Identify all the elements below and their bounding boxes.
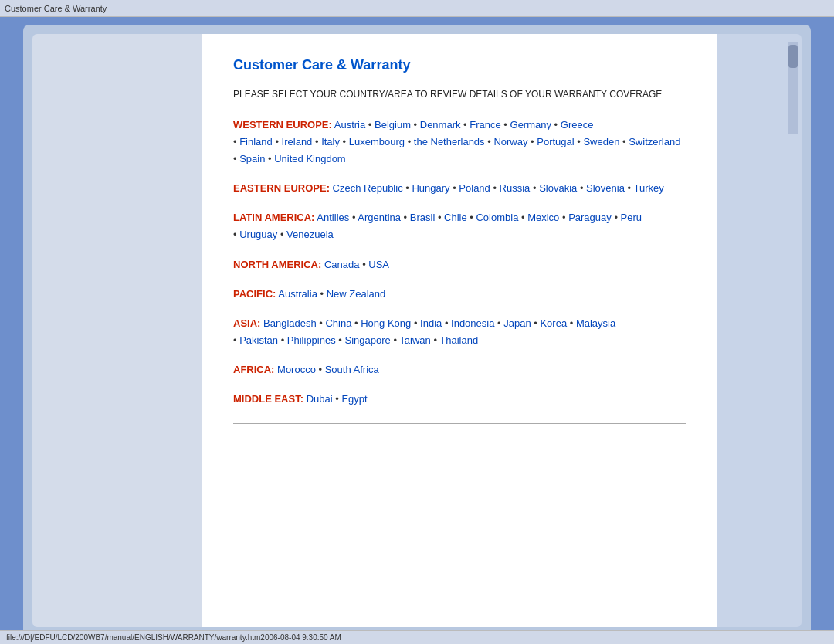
country-link-philippines[interactable]: Philippines — [287, 334, 336, 346]
country-link-indonesia[interactable]: Indonesia — [451, 317, 494, 329]
country-link-chile[interactable]: Chile — [444, 212, 467, 223]
country-link-venezuela[interactable]: Venezuela — [286, 229, 334, 240]
bullet: • — [365, 119, 375, 130]
bullet: • — [401, 212, 410, 223]
country-link-luxembourg[interactable]: Luxembourg — [349, 136, 405, 147]
bullet: • — [431, 334, 440, 346]
bullet: • — [501, 119, 510, 130]
region-label-africa: AFRICA: — [233, 364, 274, 375]
country-link-norway[interactable]: Norway — [493, 136, 527, 147]
country-link-india[interactable]: India — [420, 317, 442, 329]
bullet: • — [405, 136, 414, 147]
bullet: • — [403, 182, 412, 194]
country-link-thailand[interactable]: Thailand — [439, 334, 478, 346]
region-label-pacific: PACIFIC: — [233, 288, 276, 300]
country-link-portugal[interactable]: Portugal — [537, 136, 574, 147]
bullet: • — [461, 119, 470, 130]
country-link-slovenia[interactable]: Slovenia — [586, 182, 625, 194]
page-subtitle: PLEASE SELECT YOUR COUNTRY/AREA TO REVIE… — [233, 87, 686, 101]
country-link-austria[interactable]: Austria — [334, 119, 365, 130]
bullet: • — [551, 119, 561, 130]
scrollbar-thumb[interactable] — [788, 45, 798, 68]
country-link-the-netherlands[interactable]: the Netherlands — [414, 136, 485, 147]
region-block-africa: AFRICA: Morocco • South Africa — [233, 361, 686, 378]
country-link-germany[interactable]: Germany — [510, 119, 551, 130]
region-block-north-america: NORTH AMERICA: Canada • USA — [233, 256, 686, 273]
status-bar: file:///D|/EDFU/LCD/200WB7/manual/ENGLIS… — [0, 630, 834, 644]
status-bar-text: file:///D|/EDFU/LCD/200WB7/manual/ENGLIS… — [6, 633, 341, 642]
country-link-spain[interactable]: Spain — [239, 153, 265, 164]
country-link-greece[interactable]: Greece — [561, 119, 594, 130]
country-link-slovakia[interactable]: Slovakia — [539, 182, 577, 194]
bullet: • — [316, 364, 325, 375]
country-link-egypt[interactable]: Egypt — [341, 393, 367, 405]
bullet: • — [442, 317, 451, 329]
country-link-japan[interactable]: Japan — [503, 317, 531, 329]
bullet: • — [435, 212, 444, 223]
country-link-poland[interactable]: Poland — [459, 182, 490, 194]
bullet: • — [312, 136, 321, 147]
country-link-denmark[interactable]: Denmark — [420, 119, 461, 130]
bullet: • — [391, 334, 400, 346]
bullet: • — [467, 212, 476, 223]
country-link-china[interactable]: China — [325, 317, 351, 329]
country-link-switzerland[interactable]: Switzerland — [629, 136, 680, 147]
country-link-italy[interactable]: Italy — [321, 136, 340, 147]
tab-bar: Customer Care & Warranty — [0, 0, 834, 17]
bullet: • — [317, 317, 326, 329]
country-link-morocco[interactable]: Morocco — [277, 364, 316, 375]
country-link-brasil[interactable]: Brasil — [410, 212, 436, 223]
country-link-malaysia[interactable]: Malaysia — [576, 317, 615, 329]
country-link-peru[interactable]: Peru — [621, 212, 642, 223]
region-label-middle-east: MIDDLE EAST: — [233, 393, 303, 405]
country-link-sweden[interactable]: Sweden — [583, 136, 619, 147]
country-link-singapore[interactable]: Singapore — [344, 334, 390, 346]
country-link-antilles[interactable]: Antilles — [317, 212, 349, 223]
country-link-argentina[interactable]: Argentina — [358, 212, 401, 223]
country-link-taiwan[interactable]: Taiwan — [399, 334, 430, 346]
country-link-colombia[interactable]: Colombia — [476, 212, 518, 223]
country-link-dubai[interactable]: Dubai — [307, 393, 333, 405]
country-link-france[interactable]: France — [470, 119, 500, 130]
region-label-latin-america: LATIN AMERICA: — [233, 212, 314, 223]
bullet: • — [559, 212, 568, 223]
country-link-new-zealand[interactable]: New Zealand — [327, 288, 386, 300]
country-link-united-kingdom[interactable]: United Kingdom — [274, 153, 346, 164]
country-link-uruguay[interactable]: Uruguay — [239, 229, 277, 240]
country-link-bangladesh[interactable]: Bangladesh — [263, 317, 317, 329]
country-link-korea[interactable]: Korea — [540, 317, 567, 329]
region-label-eastern-europe: EASTERN EUROPE: — [233, 182, 330, 194]
bullet: • — [278, 334, 287, 346]
country-link-pakistan[interactable]: Pakistan — [239, 334, 278, 346]
country-link-hong-kong[interactable]: Hong Kong — [361, 317, 411, 329]
bullet: • — [612, 212, 621, 223]
scrollbar-track[interactable] — [788, 42, 798, 134]
outer-frame: Customer Care & Warranty PLEASE SELECT Y… — [23, 25, 811, 636]
country-link-canada[interactable]: Canada — [324, 259, 360, 270]
country-link-turkey[interactable]: Turkey — [633, 182, 663, 194]
country-link-belgium[interactable]: Belgium — [375, 119, 411, 130]
country-link-czech-republic[interactable]: Czech Republic — [333, 182, 403, 194]
bullet: • — [625, 182, 634, 194]
page-title: Customer Care & Warranty — [233, 57, 686, 73]
country-link-ireland[interactable]: Ireland — [282, 136, 313, 147]
bullet: • — [351, 317, 361, 329]
country-link-australia[interactable]: Australia — [278, 288, 317, 300]
region-block-pacific: PACIFIC: Australia • New Zealand — [233, 286, 686, 303]
country-link-hungary[interactable]: Hungary — [412, 182, 449, 194]
country-link-paraguay[interactable]: Paraguay — [568, 212, 612, 223]
bullet: • — [317, 288, 327, 300]
bullet: • — [411, 119, 420, 130]
left-panel — [32, 34, 202, 627]
bullet: • — [530, 182, 539, 194]
bullet: • — [518, 212, 527, 223]
country-link-usa[interactable]: USA — [368, 259, 389, 270]
country-link-south-africa[interactable]: South Africa — [325, 364, 379, 375]
country-link-mexico[interactable]: Mexico — [527, 212, 559, 223]
bullet: • — [527, 136, 537, 147]
country-link-russia[interactable]: Russia — [500, 182, 531, 194]
bullet: • — [411, 317, 420, 329]
country-link-finland[interactable]: Finland — [239, 136, 273, 147]
bullet: • — [233, 334, 239, 346]
region-label-asia: ASIA: — [233, 317, 260, 329]
